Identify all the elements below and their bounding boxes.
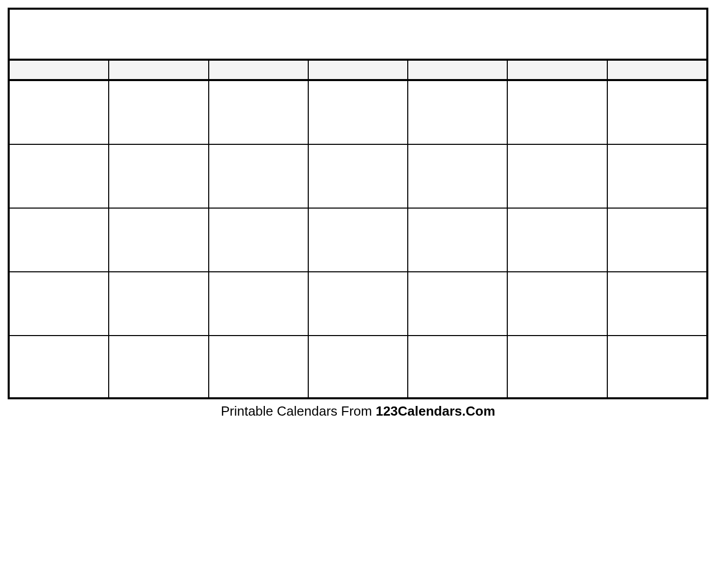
calendar-cell	[508, 209, 607, 271]
calendar-cell	[608, 145, 706, 208]
calendar-row	[10, 209, 706, 272]
calendar-header-cell	[608, 61, 706, 79]
caption-prefix: Printable Calendars From	[221, 403, 376, 419]
calendar-cell	[109, 145, 209, 208]
calendar-header-cell	[10, 61, 109, 79]
calendar-cell	[508, 145, 607, 208]
calendar-cell	[309, 209, 408, 271]
calendar-cell	[608, 81, 706, 144]
calendar-header-row	[10, 61, 706, 81]
calendar-cell	[10, 272, 109, 335]
calendar-cell	[309, 272, 408, 335]
calendar-cell	[408, 272, 508, 335]
caption-source: 123Calendars.Com	[376, 403, 495, 419]
calendar-row	[10, 336, 706, 397]
calendar-cell	[408, 209, 508, 271]
calendar-row	[10, 145, 706, 209]
calendar-cell	[508, 272, 607, 335]
calendar-container	[8, 8, 708, 399]
calendar-cell	[408, 145, 508, 208]
calendar-cell	[608, 209, 706, 271]
calendar-cell	[109, 272, 209, 335]
calendar-title-area	[10, 10, 706, 61]
calendar-cell	[408, 336, 508, 397]
calendar-cell	[109, 336, 209, 397]
calendar-cell	[209, 336, 309, 397]
calendar-cell	[10, 81, 109, 144]
calendar-cell	[209, 81, 309, 144]
calendar-cell	[10, 209, 109, 271]
calendar-header-cell	[408, 61, 508, 79]
calendar-cell	[10, 336, 109, 397]
calendar-cell	[109, 209, 209, 271]
calendar-header-cell	[309, 61, 408, 79]
calendar-cell	[109, 81, 209, 144]
calendar-header-cell	[209, 61, 309, 79]
calendar-cell	[209, 209, 309, 271]
calendar-cell	[608, 272, 706, 335]
calendar-cell	[608, 336, 706, 397]
calendar-header-cell	[508, 61, 607, 79]
calendar-row	[10, 81, 706, 145]
calendar-cell	[508, 336, 607, 397]
calendar-cell	[508, 81, 607, 144]
calendar-cell	[309, 145, 408, 208]
calendar-header-cell	[109, 61, 209, 79]
calendar-cell	[309, 81, 408, 144]
calendar-cell	[209, 272, 309, 335]
calendar-cell	[209, 145, 309, 208]
calendar-cell	[10, 145, 109, 208]
calendar-cell	[408, 81, 508, 144]
caption: Printable Calendars From 123Calendars.Co…	[8, 399, 708, 423]
calendar-row	[10, 272, 706, 336]
calendar-cell	[309, 336, 408, 397]
